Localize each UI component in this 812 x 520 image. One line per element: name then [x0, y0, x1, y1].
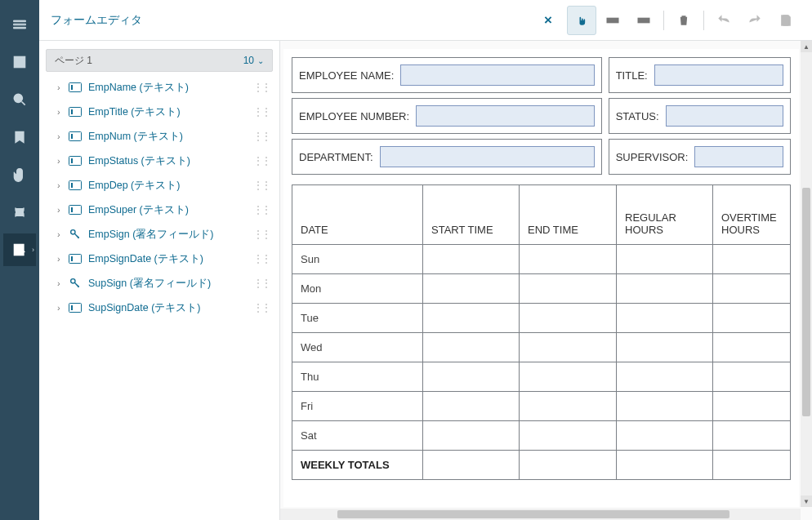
- table-cell[interactable]: [617, 333, 713, 362]
- form-cell-right-2: SUPERVISOR:: [609, 139, 791, 175]
- field-row-emptitle[interactable]: ›EmpTitle (テキスト)⋮⋮: [46, 100, 273, 124]
- search-icon: [11, 91, 28, 108]
- chevron-right-icon: ›: [57, 303, 69, 313]
- drag-handle-icon[interactable]: ⋮⋮: [253, 82, 270, 93]
- table-cell[interactable]: [520, 421, 617, 450]
- field-label: EmpSign (署名フィールド): [88, 228, 253, 242]
- scroll-up-arrow[interactable]: ▲: [801, 41, 812, 52]
- vertical-scroll-thumb[interactable]: [802, 188, 810, 416]
- table-cell[interactable]: [713, 333, 790, 362]
- drag-handle-icon[interactable]: ⋮⋮: [253, 155, 270, 167]
- tool-undo[interactable]: [709, 6, 738, 35]
- table-cell[interactable]: [617, 304, 713, 332]
- sidebar-item-attach[interactable]: [3, 158, 36, 191]
- field-row-empdep[interactable]: ›EmpDep (テキスト)⋮⋮: [46, 173, 273, 198]
- page-selector[interactable]: ページ 1 10 ⌄: [46, 49, 273, 72]
- field-row-empsuper[interactable]: ›EmpSuper (テキスト)⋮⋮: [46, 198, 273, 222]
- page-field-count: 10: [243, 55, 254, 66]
- tool-pointer[interactable]: [567, 6, 596, 35]
- tool-textfield[interactable]: [598, 6, 627, 35]
- form-canvas[interactable]: EMPLOYEE NAME:EMPLOYEE NUMBER:DEPARTMENT…: [280, 41, 812, 520]
- table-cell[interactable]: [423, 392, 520, 420]
- textfield-small-icon: [69, 303, 82, 313]
- table-cell[interactable]: [423, 362, 520, 391]
- field-row-empstatus[interactable]: ›EmpStatus (テキスト)⋮⋮: [46, 149, 273, 173]
- table-row: Fri: [292, 392, 790, 421]
- drag-handle-icon[interactable]: ⋮⋮: [253, 302, 270, 313]
- table-cell[interactable]: [713, 245, 790, 273]
- tool-delete[interactable]: [669, 6, 698, 35]
- table-cell[interactable]: [617, 245, 713, 273]
- svg-point-3: [14, 94, 22, 102]
- drag-handle-icon[interactable]: ⋮⋮: [253, 180, 270, 191]
- table-cell[interactable]: [520, 333, 617, 362]
- table-cell[interactable]: [617, 362, 713, 391]
- drag-handle-icon[interactable]: ⋮⋮: [253, 131, 270, 142]
- table-cell[interactable]: [423, 333, 520, 362]
- table-cell[interactable]: [423, 304, 520, 332]
- table-cell[interactable]: [520, 362, 617, 391]
- tool-redo[interactable]: [740, 6, 770, 35]
- table-cell[interactable]: [423, 274, 520, 303]
- table-cell[interactable]: [520, 304, 617, 332]
- scroll-down-arrow[interactable]: ▼: [801, 496, 812, 507]
- table-row: Sat: [292, 421, 790, 451]
- field-row-empname[interactable]: ›EmpName (テキスト)⋮⋮: [46, 75, 273, 100]
- sidebar-item-bookmark[interactable]: [3, 121, 36, 153]
- field-row-empsign[interactable]: ›EmpSign (署名フィールド)⋮⋮: [46, 222, 273, 247]
- sidebar-item-menu[interactable]: [3, 8, 36, 41]
- form-input-right-2[interactable]: [694, 146, 783, 167]
- table-footer-cell: [520, 451, 617, 479]
- form-input-left-0[interactable]: [400, 64, 594, 86]
- field-row-empnum[interactable]: ›EmpNum (テキスト)⋮⋮: [46, 124, 273, 149]
- sidebar: ›: [0, 0, 39, 520]
- table-header-cell: REGULAR HOURS: [617, 185, 713, 244]
- form-input-right-1[interactable]: [666, 105, 783, 127]
- tool-save[interactable]: [771, 6, 801, 35]
- drag-handle-icon[interactable]: ⋮⋮: [253, 106, 270, 118]
- table-cell[interactable]: [713, 304, 790, 332]
- form-input-left-1[interactable]: [416, 105, 595, 127]
- table-cell[interactable]: [713, 421, 790, 450]
- textfield-icon: [605, 12, 621, 29]
- table-header-row: DATESTART TIMEEND TIMEREGULAR HOURSOVERT…: [292, 185, 790, 245]
- table-cell[interactable]: [520, 245, 617, 273]
- table-cell[interactable]: [713, 392, 790, 420]
- table-cell[interactable]: [617, 392, 713, 420]
- drag-handle-icon[interactable]: ⋮⋮: [253, 253, 270, 264]
- chevron-right-icon: ›: [57, 278, 69, 288]
- drag-handle-icon[interactable]: ⋮⋮: [253, 229, 270, 240]
- field-row-supsigndate[interactable]: ›SupSignDate (テキスト)⋮⋮: [46, 296, 273, 320]
- grid-icon: [11, 54, 28, 70]
- sidebar-item-redact[interactable]: [3, 196, 36, 229]
- table-cell-day: Sat: [292, 421, 423, 450]
- chevron-right-icon: ›: [57, 205, 69, 215]
- svg-point-13: [71, 279, 75, 283]
- field-row-empsigndate[interactable]: ›EmpSignDate (テキスト)⋮⋮: [46, 247, 273, 271]
- tool-textfield-alt[interactable]: [629, 6, 658, 35]
- drag-handle-icon[interactable]: ⋮⋮: [253, 278, 270, 289]
- table-cell[interactable]: [423, 421, 520, 450]
- table-cell[interactable]: [713, 274, 790, 303]
- sidebar-item-form-editor[interactable]: ›: [3, 233, 36, 266]
- table-row: Thu: [292, 362, 790, 392]
- form-cell-left-1: EMPLOYEE NUMBER:: [292, 98, 602, 134]
- save-icon: [778, 12, 794, 29]
- sidebar-item-pages[interactable]: [3, 46, 36, 78]
- sidebar-item-search[interactable]: [3, 83, 36, 116]
- field-row-supsign[interactable]: ›SupSign (署名フィールド)⋮⋮: [46, 271, 273, 296]
- close-panel-button[interactable]: ×: [538, 12, 559, 29]
- table-cell[interactable]: [617, 274, 713, 303]
- horizontal-scroll-thumb[interactable]: [337, 510, 729, 518]
- table-cell[interactable]: [423, 245, 520, 273]
- horizontal-scrollbar[interactable]: [280, 509, 801, 520]
- table-cell[interactable]: [520, 274, 617, 303]
- table-cell[interactable]: [713, 362, 790, 391]
- table-cell-day: Sun: [292, 245, 423, 273]
- vertical-scrollbar[interactable]: ▲ ▼: [801, 41, 812, 507]
- form-input-left-2[interactable]: [380, 146, 595, 167]
- drag-handle-icon[interactable]: ⋮⋮: [253, 204, 270, 216]
- table-cell[interactable]: [520, 392, 617, 420]
- form-input-right-0[interactable]: [654, 64, 783, 86]
- table-cell[interactable]: [617, 421, 713, 450]
